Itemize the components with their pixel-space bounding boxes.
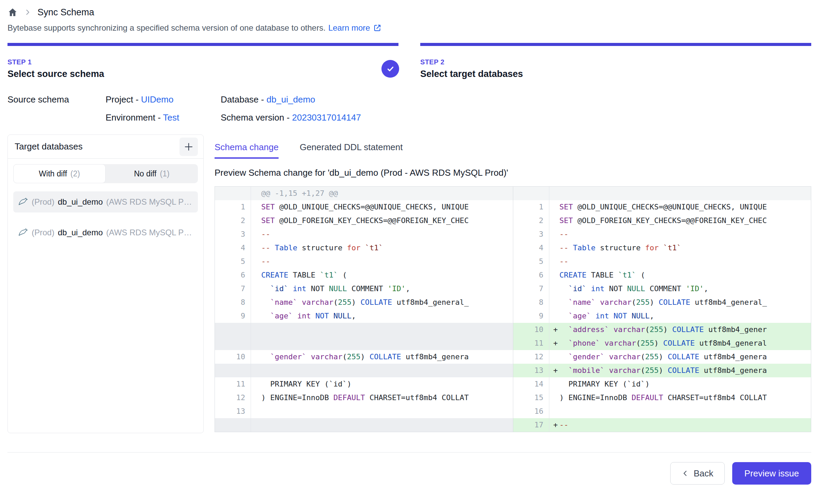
code-line	[251, 336, 513, 350]
tab-label: With diff	[39, 169, 67, 178]
line-number: 5	[215, 255, 251, 268]
home-icon[interactable]	[7, 7, 18, 17]
diff-row: 7 `id` int NOT NULL COMMENT 'ID',	[513, 282, 811, 296]
environment-label: Environment	[106, 112, 155, 123]
diff-row: 1SET @OLD_UNIQUE_CHECKS=@@UNIQUE_CHECKS,…	[215, 200, 513, 214]
code-line: + `mobile` varchar(255) COLLATE utf8mb4_…	[549, 364, 811, 377]
code-line: -- Table structure for `t1`	[251, 241, 513, 255]
added-marker: +	[553, 336, 558, 350]
breadcrumb-chevron-icon	[24, 9, 31, 16]
step-1-check-icon	[381, 60, 399, 78]
tab-with-diff[interactable]: With diff(2)	[13, 164, 106, 183]
project-link[interactable]: UIDemo	[141, 94, 173, 105]
footer-actions: Back Preview issue	[7, 453, 811, 494]
schema-version-field: Schema version - 20230317014147	[221, 112, 811, 123]
step-2-label: STEP 2	[420, 58, 811, 66]
line-number: 11	[513, 336, 549, 350]
target-databases-header: Target databases	[8, 135, 203, 159]
diff-row: 1SET @OLD_UNIQUE_CHECKS=@@UNIQUE_CHECKS,…	[513, 200, 811, 214]
diff-row: 9 `age` int NOT NULL,	[513, 309, 811, 323]
steps: STEP 1 Select source schema STEP 2 Selec…	[7, 43, 811, 79]
db-name: db_ui_demo	[58, 228, 103, 237]
source-schema-summary: Source schema Project - UIDemo Database …	[7, 94, 811, 123]
line-number: 8	[513, 296, 549, 309]
preview-title: Preview Schema change for 'db_ui_demo (P…	[215, 168, 811, 178]
sync-schema-page: Sync Schema Bytebase supports synchroniz…	[0, 0, 816, 504]
tab-label: No diff	[134, 169, 156, 178]
preview-issue-button[interactable]: Preview issue	[732, 462, 811, 485]
code-line	[251, 405, 513, 418]
code-line: `age` int NOT NULL,	[251, 309, 513, 323]
code-line: CREATE TABLE `t1` (	[251, 268, 513, 282]
code-line: -- Table structure for `t1`	[549, 241, 811, 255]
intro-description: Bytebase supports synchronizing a specif…	[7, 23, 326, 33]
code-line: + `address` varchar(255) COLLATE utf8mb4…	[549, 323, 811, 336]
line-number: 4	[513, 241, 549, 255]
tab-generated-ddl-statement[interactable]: Generated DDL statement	[300, 142, 403, 159]
tab-no-diff[interactable]: No diff(1)	[106, 164, 198, 183]
line-number	[215, 323, 251, 336]
add-target-database-button[interactable]	[179, 138, 198, 156]
learn-more-label: Learn more	[328, 23, 370, 33]
line-number	[215, 418, 251, 432]
line-number: 2	[215, 214, 251, 227]
code-line: + `phone` varchar(255) COLLATE utf8mb4_g…	[549, 336, 811, 350]
preview-tabs: Schema changeGenerated DDL statement	[215, 142, 811, 159]
added-marker: +	[553, 418, 558, 432]
back-button[interactable]: Back	[670, 462, 725, 485]
step-1-title: Select source schema	[7, 69, 398, 79]
page-title: Sync Schema	[37, 7, 94, 18]
line-number: 2	[513, 214, 549, 227]
target-database-item[interactable]: (Prod)db_ui_demo(AWS RDS MySQL Prod)	[13, 222, 198, 243]
diff-row: 9 `age` int NOT NULL,	[215, 309, 513, 323]
diff-row: 5--	[513, 255, 811, 268]
line-number: 12	[215, 391, 251, 405]
diff-row: 13	[215, 405, 513, 418]
code-line	[251, 418, 513, 432]
target-database-item[interactable]: (Prod)db_ui_demo(AWS RDS MySQL Prod)	[13, 191, 198, 212]
code-line: ) ENGINE=InnoDB DEFAULT CHARSET=utf8mb4 …	[549, 391, 811, 405]
intro-text: Bytebase supports synchronizing a specif…	[7, 23, 811, 33]
main-content: Target databases With diff(2)No diff(1) …	[7, 135, 811, 433]
line-number: 9	[513, 309, 549, 323]
database-link[interactable]: db_ui_demo	[266, 94, 315, 105]
environment-link[interactable]: Test	[163, 112, 179, 123]
line-number: 3	[513, 227, 549, 241]
learn-more-link[interactable]: Learn more	[328, 23, 382, 33]
schema-version-link[interactable]: 20230317014147	[292, 112, 361, 123]
line-number: 6	[215, 268, 251, 282]
code-line	[549, 405, 811, 418]
line-number	[513, 187, 549, 200]
project-field: Project - UIDemo	[106, 94, 221, 105]
chevron-left-icon	[681, 470, 689, 477]
line-number: 10	[513, 323, 549, 336]
line-number	[215, 187, 251, 200]
diff-row: 12) ENGINE=InnoDB DEFAULT CHARSET=utf8mb…	[215, 391, 513, 405]
target-databases-title: Target databases	[15, 141, 82, 152]
breadcrumb: Sync Schema	[7, 5, 811, 20]
code-line: `gender` varchar(255) COLLATE utf8mb4_ge…	[549, 350, 811, 364]
added-marker: +	[553, 364, 558, 377]
diff-row: 10 `gender` varchar(255) COLLATE utf8mb4…	[215, 350, 513, 364]
line-number	[215, 336, 251, 350]
diff-row: 7 `id` int NOT NULL COMMENT 'ID',	[215, 282, 513, 296]
step-2-title: Select target databases	[420, 69, 811, 79]
tab-count: (2)	[70, 169, 80, 178]
line-number: 13	[513, 364, 549, 377]
diff-row: 12 `gender` varchar(255) COLLATE utf8mb4…	[513, 350, 811, 364]
code-line: PRIMARY KEY (`id`)	[549, 377, 811, 391]
mysql-icon	[18, 227, 28, 238]
diff-row: 4-- Table structure for `t1`	[513, 241, 811, 255]
tab-schema-change[interactable]: Schema change	[215, 142, 279, 159]
database-field: Database - db_ui_demo	[221, 94, 811, 105]
diff-left-pane: @@ -1,15 +1,27 @@1SET @OLD_UNIQUE_CHECKS…	[215, 187, 513, 432]
line-number: 1	[215, 200, 251, 214]
line-number: 11	[215, 377, 251, 391]
code-line: @@ -1,15 +1,27 @@	[251, 187, 513, 200]
diff-row: 11+ `phone` varchar(255) COLLATE utf8mb4…	[513, 336, 811, 350]
code-line: CREATE TABLE `t1` (	[549, 268, 811, 282]
diff-filter-tabs: With diff(2)No diff(1)	[13, 164, 198, 183]
schema-diff-viewer: @@ -1,15 +1,27 @@1SET @OLD_UNIQUE_CHECKS…	[215, 186, 811, 432]
code-line: SET @OLD_FOREIGN_KEY_CHECKS=@@FOREIGN_KE…	[251, 214, 513, 227]
line-number: 8	[215, 296, 251, 309]
